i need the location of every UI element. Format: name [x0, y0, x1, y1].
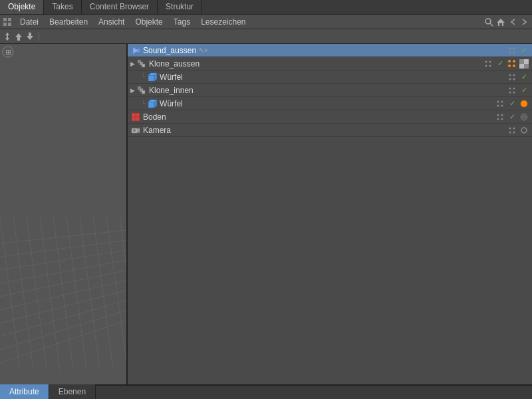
- down-arrow-icon[interactable]: [25, 32, 35, 41]
- svg-point-46: [508, 60, 511, 63]
- search-icon[interactable]: [484, 17, 493, 27]
- svg-point-80: [501, 114, 503, 116]
- svg-text:⊞: ⊞: [5, 48, 11, 56]
- svg-rect-63: [142, 90, 145, 94]
- object-tags-wurfel1: ✓: [507, 72, 532, 82]
- object-name-wurfel2: Würfel: [160, 99, 183, 108]
- svg-point-72: [501, 100, 503, 102]
- object-tags-boden: ✓: [495, 112, 532, 122]
- checkmark6-icon: ✓: [507, 112, 517, 122]
- object-row-wurfel1[interactable]: └ Würfel ✓: [128, 70, 532, 84]
- menu-tags[interactable]: Tags: [168, 16, 196, 28]
- circle-tag-icon: [519, 125, 529, 136]
- cube-icon-2: [147, 98, 158, 109]
- back-icon[interactable]: [508, 17, 517, 27]
- svg-rect-41: [142, 64, 145, 67]
- camera-icon: [130, 125, 141, 136]
- svg-marker-33: [133, 47, 138, 54]
- svg-point-35: [509, 47, 511, 49]
- menu-left-icons: [3, 17, 12, 27]
- tag-dots-icon: [507, 45, 517, 56]
- svg-rect-54: [148, 75, 154, 81]
- svg-rect-52: [524, 59, 529, 64]
- svg-marker-87: [138, 128, 140, 133]
- tab-takes[interactable]: Takes: [44, 0, 81, 14]
- home-icon[interactable]: [496, 17, 505, 27]
- svg-point-66: [509, 91, 511, 93]
- svg-point-75: [521, 100, 527, 107]
- bottom-tab-attribute[interactable]: Attribute: [0, 384, 49, 399]
- svg-point-49: [513, 65, 515, 67]
- svg-point-58: [513, 74, 515, 76]
- bottom-tab-ebenen[interactable]: Ebenen: [49, 384, 96, 399]
- object-name-boden: Boden: [143, 112, 166, 122]
- object-tags-klone-innen: ✓: [507, 85, 532, 96]
- svg-point-43: [489, 61, 491, 63]
- svg-point-42: [485, 61, 487, 63]
- svg-point-91: [509, 131, 511, 133]
- svg-point-47: [513, 60, 515, 63]
- toolbar: [0, 29, 532, 44]
- menu-bearbeiten[interactable]: Bearbeiten: [44, 16, 93, 28]
- expand-icon-klone-aussen[interactable]: ▶: [130, 61, 135, 67]
- checkmark2-icon: ✓: [495, 59, 505, 69]
- svg-point-93: [521, 128, 527, 133]
- menu-bar: Datei Bearbeiten Ansicht Objekte Tags Le…: [0, 15, 532, 29]
- object-row-sound-aussen[interactable]: Sound_aussen ↖+ ✓: [128, 44, 532, 57]
- svg-point-90: [513, 127, 515, 129]
- checkmark-icon: ✓: [519, 45, 529, 56]
- checkmark4-icon: ✓: [519, 85, 529, 96]
- viewport-controls: ⊞: [1, 45, 20, 59]
- menu-ansicht[interactable]: Ansicht: [93, 16, 130, 28]
- object-name-kamera: Kamera: [143, 126, 171, 135]
- object-tags-klone-aussen: ✓: [483, 59, 532, 69]
- object-row-wurfel2[interactable]: └ Würfel ✓: [128, 97, 532, 110]
- svg-rect-3: [8, 23, 11, 26]
- grid-icon: [3, 17, 12, 27]
- svg-point-81: [497, 118, 499, 120]
- object-row-boden[interactable]: Boden ✓: [128, 110, 532, 124]
- main-layout: ⊞ Sound_aussen ↖+: [0, 44, 532, 384]
- svg-point-79: [497, 114, 499, 116]
- object-name-wurfel1: Würfel: [160, 72, 183, 82]
- svg-point-88: [133, 129, 136, 132]
- bottom-tabs: Attribute Ebenen: [0, 384, 532, 399]
- svg-rect-10: [0, 44, 126, 370]
- svg-point-44: [485, 65, 487, 66]
- object-row-kamera[interactable]: Kamera: [128, 124, 532, 137]
- svg-point-92: [513, 131, 515, 133]
- object-row-klone-aussen[interactable]: ▶ Klone_aussen ✓: [128, 57, 532, 70]
- object-name-klone-innen: Klone_innen: [149, 86, 194, 95]
- object-row-klone-innen[interactable]: ▶ Klone_innen ✓: [128, 84, 532, 97]
- svg-point-36: [513, 47, 515, 49]
- up-arrow-icon[interactable]: [14, 32, 23, 41]
- move-icon[interactable]: [3, 32, 12, 41]
- menu-right-icons: [484, 17, 529, 27]
- object-panel: Sound_aussen ↖+ ✓ ▶: [128, 44, 532, 384]
- forward-icon[interactable]: [520, 17, 529, 27]
- tab-content-browser[interactable]: Content Browser: [82, 0, 158, 14]
- menu-datei[interactable]: Datei: [15, 16, 44, 28]
- object-tags-wurfel2: ✓: [495, 98, 532, 109]
- viewport-grid: [0, 44, 126, 384]
- tab-objekte[interactable]: Objekte: [0, 0, 44, 14]
- menu-lesezeichen[interactable]: Lesezeichen: [196, 16, 251, 28]
- tag-dots5-icon: [495, 98, 505, 109]
- drag-indicator: ↖+: [199, 47, 208, 54]
- svg-rect-68: [148, 102, 154, 108]
- tab-struktur[interactable]: Struktur: [158, 0, 202, 14]
- svg-point-48: [508, 65, 511, 67]
- top-tab-bar: Objekte Takes Content Browser Struktur: [0, 0, 532, 15]
- object-name-sound-aussen: Sound_aussen: [143, 46, 196, 55]
- orange-dots-tag-icon: [507, 59, 517, 69]
- viewport[interactable]: ⊞: [0, 44, 128, 384]
- svg-marker-6: [497, 19, 505, 26]
- cloner-icon: [136, 59, 147, 69]
- menu-objekte[interactable]: Objekte: [130, 16, 168, 28]
- svg-line-5: [490, 23, 493, 26]
- object-list: Sound_aussen ↖+ ✓ ▶: [128, 44, 532, 384]
- object-tags-kamera: [507, 125, 532, 136]
- sphere-tag-icon: [519, 112, 529, 122]
- expand-icon-klone-innen[interactable]: ▶: [130, 87, 135, 94]
- svg-point-37: [509, 51, 511, 53]
